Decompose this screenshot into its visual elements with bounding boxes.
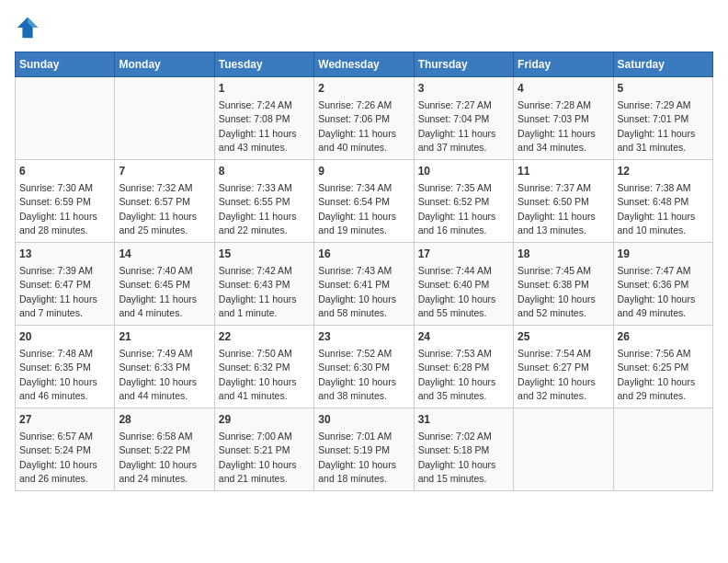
day-number: 20	[19, 329, 110, 345]
calendar-cell: 2Sunrise: 7:26 AMSunset: 7:06 PMDaylight…	[314, 77, 414, 160]
calendar-cell: 29Sunrise: 7:00 AMSunset: 5:21 PMDayligh…	[214, 408, 313, 491]
calendar-cell: 18Sunrise: 7:45 AMSunset: 6:38 PMDayligh…	[514, 243, 613, 326]
cell-info: Sunrise: 7:33 AMSunset: 6:55 PMDaylight:…	[219, 182, 297, 236]
calendar-cell: 16Sunrise: 7:43 AMSunset: 6:41 PMDayligh…	[314, 243, 414, 326]
calendar-cell: 8Sunrise: 7:33 AMSunset: 6:55 PMDaylight…	[214, 160, 313, 243]
cell-info: Sunrise: 7:29 AMSunset: 7:01 PMDaylight:…	[618, 99, 696, 153]
calendar-cell: 21Sunrise: 7:49 AMSunset: 6:33 PMDayligh…	[115, 326, 214, 408]
calendar-cell	[16, 77, 115, 160]
cell-info: Sunrise: 7:49 AMSunset: 6:33 PMDaylight:…	[119, 348, 197, 401]
calendar-cell	[613, 408, 712, 491]
calendar-cell: 24Sunrise: 7:53 AMSunset: 6:28 PMDayligh…	[414, 326, 513, 408]
calendar-cell	[115, 77, 214, 160]
calendar-cell: 27Sunrise: 6:57 AMSunset: 5:24 PMDayligh…	[16, 408, 115, 491]
calendar-cell: 9Sunrise: 7:34 AMSunset: 6:54 PMDaylight…	[314, 160, 414, 243]
day-number: 5	[618, 81, 709, 97]
col-header-saturday: Saturday	[613, 52, 712, 77]
day-number: 26	[618, 329, 709, 345]
logo-icon	[15, 15, 40, 40]
calendar-cell: 5Sunrise: 7:29 AMSunset: 7:01 PMDaylight…	[613, 77, 712, 160]
cell-info: Sunrise: 7:47 AMSunset: 6:36 PMDaylight:…	[618, 265, 696, 318]
calendar-cell: 28Sunrise: 6:58 AMSunset: 5:22 PMDayligh…	[115, 408, 214, 491]
calendar-cell: 3Sunrise: 7:27 AMSunset: 7:04 PMDaylight…	[414, 77, 513, 160]
col-header-thursday: Thursday	[414, 52, 513, 77]
col-header-sunday: Sunday	[16, 52, 115, 77]
calendar-cell: 23Sunrise: 7:52 AMSunset: 6:30 PMDayligh…	[314, 326, 414, 408]
day-number: 11	[518, 164, 609, 179]
calendar-cell: 15Sunrise: 7:42 AMSunset: 6:43 PMDayligh…	[214, 243, 313, 326]
day-number: 30	[318, 412, 409, 428]
calendar-cell: 11Sunrise: 7:37 AMSunset: 6:50 PMDayligh…	[514, 160, 613, 243]
calendar-cell: 4Sunrise: 7:28 AMSunset: 7:03 PMDaylight…	[514, 77, 613, 160]
calendar-cell: 25Sunrise: 7:54 AMSunset: 6:27 PMDayligh…	[514, 326, 613, 408]
cell-info: Sunrise: 7:53 AMSunset: 6:28 PMDaylight:…	[418, 348, 496, 401]
cell-info: Sunrise: 7:54 AMSunset: 6:27 PMDaylight:…	[518, 348, 596, 401]
calendar-cell: 30Sunrise: 7:01 AMSunset: 5:19 PMDayligh…	[314, 408, 414, 491]
cell-info: Sunrise: 7:52 AMSunset: 6:30 PMDaylight:…	[318, 348, 396, 401]
calendar-cell: 1Sunrise: 7:24 AMSunset: 7:08 PMDaylight…	[214, 77, 313, 160]
cell-info: Sunrise: 7:42 AMSunset: 6:43 PMDaylight:…	[219, 265, 297, 318]
cell-info: Sunrise: 7:40 AMSunset: 6:45 PMDaylight:…	[119, 265, 197, 318]
day-number: 2	[318, 81, 409, 97]
calendar-cell: 17Sunrise: 7:44 AMSunset: 6:40 PMDayligh…	[414, 243, 513, 326]
calendar-cell: 22Sunrise: 7:50 AMSunset: 6:32 PMDayligh…	[214, 326, 313, 408]
day-number: 21	[119, 329, 210, 345]
calendar-cell: 7Sunrise: 7:32 AMSunset: 6:57 PMDaylight…	[115, 160, 214, 243]
calendar-cell: 14Sunrise: 7:40 AMSunset: 6:45 PMDayligh…	[115, 243, 214, 326]
calendar-cell: 20Sunrise: 7:48 AMSunset: 6:35 PMDayligh…	[16, 326, 115, 408]
day-number: 29	[219, 412, 310, 428]
cell-info: Sunrise: 7:32 AMSunset: 6:57 PMDaylight:…	[119, 182, 197, 236]
logo	[15, 15, 44, 40]
day-number: 15	[219, 247, 310, 262]
calendar-cell	[514, 408, 613, 491]
cell-info: Sunrise: 7:48 AMSunset: 6:35 PMDaylight:…	[19, 348, 97, 401]
cell-info: Sunrise: 7:00 AMSunset: 5:21 PMDaylight:…	[219, 431, 297, 484]
calendar-cell: 12Sunrise: 7:38 AMSunset: 6:48 PMDayligh…	[613, 160, 712, 243]
day-number: 9	[318, 164, 409, 179]
calendar-cell: 31Sunrise: 7:02 AMSunset: 5:18 PMDayligh…	[414, 408, 513, 491]
day-number: 28	[119, 412, 210, 428]
day-number: 4	[518, 81, 609, 97]
cell-info: Sunrise: 7:43 AMSunset: 6:41 PMDaylight:…	[318, 265, 396, 318]
day-number: 14	[119, 247, 210, 262]
day-number: 1	[219, 81, 310, 97]
calendar-table: SundayMondayTuesdayWednesdayThursdayFrid…	[15, 52, 713, 491]
day-number: 22	[219, 329, 310, 345]
day-number: 18	[518, 247, 609, 262]
col-header-monday: Monday	[115, 52, 214, 77]
calendar-cell: 6Sunrise: 7:30 AMSunset: 6:59 PMDaylight…	[16, 160, 115, 243]
cell-info: Sunrise: 7:44 AMSunset: 6:40 PMDaylight:…	[418, 265, 496, 318]
day-number: 13	[19, 247, 110, 262]
cell-info: Sunrise: 7:34 AMSunset: 6:54 PMDaylight:…	[318, 182, 396, 236]
cell-info: Sunrise: 7:38 AMSunset: 6:48 PMDaylight:…	[618, 182, 696, 236]
cell-info: Sunrise: 7:27 AMSunset: 7:04 PMDaylight:…	[418, 99, 496, 153]
cell-info: Sunrise: 7:26 AMSunset: 7:06 PMDaylight:…	[318, 99, 396, 153]
day-number: 16	[318, 247, 409, 262]
day-number: 12	[618, 164, 709, 179]
cell-info: Sunrise: 7:02 AMSunset: 5:18 PMDaylight:…	[418, 431, 496, 484]
day-number: 23	[318, 329, 409, 345]
calendar-cell: 13Sunrise: 7:39 AMSunset: 6:47 PMDayligh…	[16, 243, 115, 326]
day-number: 31	[418, 412, 509, 428]
cell-info: Sunrise: 6:58 AMSunset: 5:22 PMDaylight:…	[119, 431, 197, 484]
day-number: 6	[19, 164, 110, 179]
col-header-friday: Friday	[514, 52, 613, 77]
day-number: 8	[219, 164, 310, 179]
calendar-cell: 10Sunrise: 7:35 AMSunset: 6:52 PMDayligh…	[414, 160, 513, 243]
cell-info: Sunrise: 7:28 AMSunset: 7:03 PMDaylight:…	[518, 99, 596, 153]
day-number: 17	[418, 247, 509, 262]
day-number: 19	[618, 247, 709, 262]
cell-info: Sunrise: 6:57 AMSunset: 5:24 PMDaylight:…	[19, 431, 97, 484]
page-header	[15, 15, 713, 40]
day-number: 24	[418, 329, 509, 345]
day-number: 27	[19, 412, 110, 428]
col-header-tuesday: Tuesday	[214, 52, 313, 77]
day-number: 10	[418, 164, 509, 179]
cell-info: Sunrise: 7:24 AMSunset: 7:08 PMDaylight:…	[219, 99, 297, 153]
cell-info: Sunrise: 7:50 AMSunset: 6:32 PMDaylight:…	[219, 348, 297, 401]
day-number: 7	[119, 164, 210, 179]
cell-info: Sunrise: 7:30 AMSunset: 6:59 PMDaylight:…	[19, 182, 97, 236]
cell-info: Sunrise: 7:35 AMSunset: 6:52 PMDaylight:…	[418, 182, 496, 236]
cell-info: Sunrise: 7:37 AMSunset: 6:50 PMDaylight:…	[518, 182, 596, 236]
cell-info: Sunrise: 7:56 AMSunset: 6:25 PMDaylight:…	[618, 348, 696, 401]
